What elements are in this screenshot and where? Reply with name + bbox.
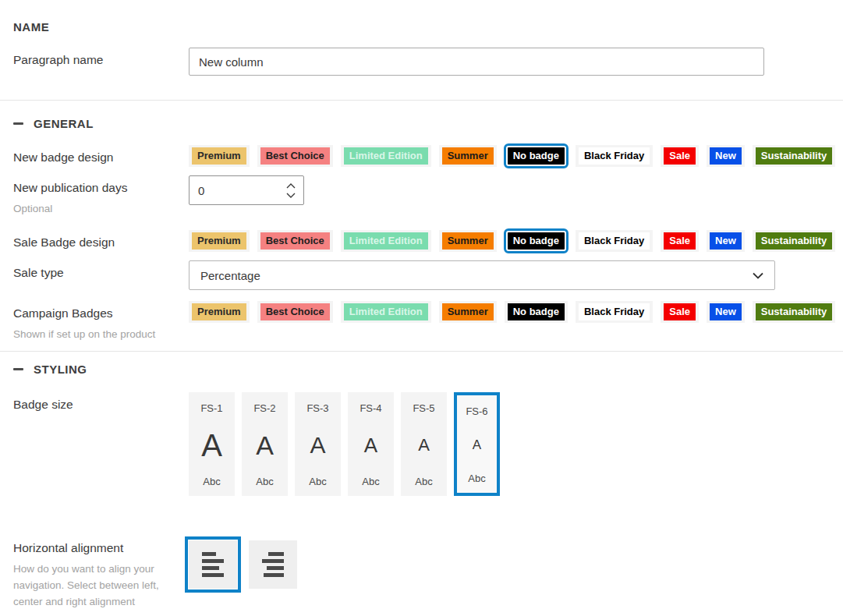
badge-swatch: Premium	[192, 303, 246, 320]
badge-option-sale[interactable]: Sale	[661, 145, 699, 167]
section-divider	[0, 351, 843, 352]
badge-swatch: No badge	[508, 232, 565, 250]
badge-option-best-choice[interactable]: Best Choice	[257, 301, 333, 323]
badge-option-sustainability[interactable]: Sustainability	[753, 145, 836, 167]
size-option-label: FS-2	[253, 402, 275, 414]
number-spinner	[285, 182, 297, 199]
paragraph-name-label: Paragraph name	[13, 53, 189, 67]
badge-option-no-badge[interactable]: No badge	[505, 145, 568, 167]
size-sample-text: Abc	[415, 476, 432, 487]
badge-swatch: Limited Edition	[344, 147, 428, 165]
chevron-down-icon	[753, 272, 763, 279]
badge-swatch: Summer	[442, 147, 494, 165]
sale-type-select[interactable]: Percentage	[189, 260, 775, 290]
badge-swatch: Black Friday	[579, 232, 650, 250]
collapse-icon[interactable]	[13, 122, 23, 125]
sale-badge-design-label: Sale Badge design	[13, 235, 189, 250]
size-option-label: FS-4	[360, 402, 381, 414]
badge-option-limited-edition[interactable]: Limited Edition	[341, 230, 431, 252]
badge-swatch: No badge	[508, 303, 565, 320]
horizontal-alignment-label: Horizontal alignment	[13, 541, 189, 555]
badge-option-black-friday[interactable]: Black Friday	[576, 230, 653, 252]
field-row-badge-size: Badge size FS-1AAbcFS-2AAbcFS-3AAbcFS-4A…	[13, 392, 843, 496]
badge-option-summer[interactable]: Summer	[439, 230, 497, 252]
badge-swatch: Best Choice	[260, 147, 330, 165]
size-preview-letter: A	[310, 434, 325, 457]
badge-option-sustainability[interactable]: Sustainability	[753, 230, 836, 252]
horizontal-alignment-options	[189, 540, 843, 589]
badge-option-no-badge[interactable]: No badge	[505, 301, 568, 323]
align-right-button[interactable]	[249, 540, 297, 589]
field-row-paragraph-name: Paragraph name	[13, 48, 843, 76]
new-publication-days-input[interactable]: 0	[189, 175, 304, 205]
badge-option-summer[interactable]: Summer	[439, 301, 497, 323]
section-header-general: GENERAL	[13, 117, 843, 130]
badge-size-label: Badge size	[13, 398, 189, 412]
badge-option-new[interactable]: New	[707, 230, 745, 252]
badge-size-option-fs-4[interactable]: FS-4AAbc	[348, 392, 394, 496]
field-row-campaign-badges: Campaign Badges Shown if set up on the p…	[13, 301, 843, 342]
badge-swatch: Sustainability	[756, 147, 833, 165]
badge-swatch: Black Friday	[579, 147, 650, 165]
field-row-sale-badge-design: Sale Badge design PremiumBest ChoiceLimi…	[13, 230, 843, 252]
badge-option-sustainability[interactable]: Sustainability	[753, 301, 836, 323]
badge-option-limited-edition[interactable]: Limited Edition	[341, 145, 431, 167]
horizontal-alignment-hint: How do you want to align your navigation…	[13, 561, 173, 610]
badge-option-premium[interactable]: Premium	[189, 145, 250, 167]
paragraph-name-input[interactable]	[189, 48, 764, 76]
badge-option-new[interactable]: New	[707, 301, 745, 323]
field-row-new-badge-design: New badge design PremiumBest ChoiceLimit…	[13, 145, 843, 167]
badge-option-premium[interactable]: Premium	[189, 230, 250, 252]
align-left-button[interactable]	[189, 540, 237, 589]
badge-swatch: Premium	[192, 147, 246, 165]
field-row-horizontal-alignment: Horizontal alignment How do you want to …	[13, 536, 843, 610]
new-publication-days-value: 0	[198, 184, 204, 197]
badge-option-limited-edition[interactable]: Limited Edition	[341, 301, 431, 323]
size-preview-letter: A	[201, 430, 222, 461]
badge-size-option-fs-3[interactable]: FS-3AAbc	[295, 392, 341, 496]
badge-size-option-fs-6[interactable]: FS-6AAbc	[454, 392, 500, 496]
badge-size-option-fs-1[interactable]: FS-1AAbc	[189, 392, 235, 496]
new-publication-days-label: New publication days	[13, 181, 189, 195]
badge-swatch: Limited Edition	[344, 232, 428, 250]
section-header-name: NAME	[13, 20, 843, 34]
section-header-styling: STYLING	[13, 363, 843, 376]
badge-swatch: Black Friday	[579, 303, 650, 320]
badge-swatch: Premium	[192, 232, 246, 250]
badge-swatch: No badge	[508, 147, 565, 165]
spinner-down-button[interactable]	[285, 192, 297, 199]
badge-swatch: New	[710, 303, 742, 320]
badge-option-best-choice[interactable]: Best Choice	[257, 145, 333, 167]
align-right-icon	[262, 552, 284, 577]
collapse-icon[interactable]	[13, 368, 23, 370]
badge-size-option-fs-5[interactable]: FS-5AAbc	[401, 392, 447, 496]
section-title-name: NAME	[13, 20, 49, 34]
new-publication-days-hint: Optional	[13, 200, 173, 217]
size-preview-letter: A	[256, 432, 274, 458]
size-preview-letter: A	[418, 437, 430, 454]
size-sample-text: Abc	[362, 476, 379, 487]
section-title-styling: STYLING	[34, 363, 87, 376]
badge-swatch: Sustainability	[756, 303, 833, 320]
size-preview-letter: A	[364, 435, 377, 455]
field-row-sale-type: Sale type Percentage	[13, 260, 843, 290]
badge-size-option-fs-2[interactable]: FS-2AAbc	[242, 392, 288, 496]
badge-option-sale[interactable]: Sale	[661, 301, 699, 323]
sale-badge-design-options: PremiumBest ChoiceLimited EditionSummerN…	[189, 230, 843, 252]
badge-option-black-friday[interactable]: Black Friday	[576, 145, 653, 167]
badge-option-no-badge[interactable]: No badge	[505, 230, 568, 252]
badge-option-premium[interactable]: Premium	[189, 301, 250, 323]
campaign-badges-options: PremiumBest ChoiceLimited EditionSummerN…	[189, 301, 843, 323]
badge-option-best-choice[interactable]: Best Choice	[257, 230, 333, 252]
sale-type-label: Sale type	[13, 266, 189, 280]
size-sample-text: Abc	[256, 476, 273, 487]
badge-option-sale[interactable]: Sale	[661, 230, 699, 252]
section-title-general: GENERAL	[34, 117, 94, 130]
spinner-up-button[interactable]	[285, 182, 297, 189]
badge-option-summer[interactable]: Summer	[439, 145, 497, 167]
size-sample-text: Abc	[203, 476, 220, 487]
campaign-badges-hint: Shown if set up on the product	[13, 326, 173, 342]
badge-option-new[interactable]: New	[707, 145, 745, 167]
campaign-badges-label: Campaign Badges	[13, 306, 189, 320]
badge-option-black-friday[interactable]: Black Friday	[576, 301, 653, 323]
